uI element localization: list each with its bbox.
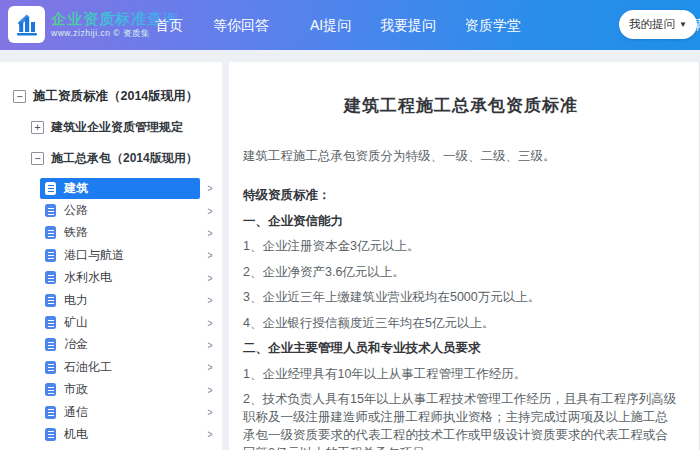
chevron-right-icon: > (201, 272, 212, 284)
sidebar-tree: − 施工资质标准（2014版现用） + 建筑业企业资质管理规定 − 施工总承包（… (0, 62, 222, 450)
document-icon (45, 204, 56, 217)
top-header: 企业资质标准查询 www.zizhiji.cn © 资质集 首页 等你回答 AI… (0, 0, 700, 50)
sidebar-item-label: 电力 (64, 292, 88, 309)
nav-partial-item[interactable]: 请 (692, 0, 700, 50)
chevron-right-icon: > (201, 406, 212, 418)
expand-icon[interactable]: + (31, 121, 44, 134)
document-icon (45, 361, 56, 374)
site-logo[interactable]: 企业资质标准查询 www.zizhiji.cn © 资质集 (8, 6, 179, 43)
my-questions-label: 我的提问 (629, 17, 675, 32)
tree-group-label: 施工总承包（2014版现用） (51, 150, 198, 167)
sidebar-item-label: 市政 (64, 381, 88, 398)
sidebar-item-label: 水利水电 (64, 269, 112, 286)
document-icon (45, 271, 56, 284)
sidebar-item-water-conservancy[interactable]: 水利水电 > (0, 267, 222, 289)
my-questions-button[interactable]: 我的提问 ▼ (619, 10, 697, 39)
sidebar-item-label: 铁路 (64, 224, 88, 241)
sidebar-item-municipal[interactable]: 市政 > (0, 379, 222, 401)
collapse-icon[interactable]: − (13, 90, 26, 103)
caret-down-icon: ▼ (679, 20, 687, 29)
sidebar-item-building[interactable]: 建筑 > (0, 177, 222, 199)
tree-group-management-rules[interactable]: + 建筑业企业资质管理规定 (31, 119, 222, 136)
article-paragraph: 2、企业净资产3.6亿元以上。 (243, 263, 679, 281)
chevron-right-icon: > (201, 227, 212, 239)
sidebar-item-label: 机电 (64, 426, 88, 443)
document-icon (45, 182, 56, 195)
tree-group-label: 建筑业企业资质管理规定 (51, 119, 183, 136)
document-icon (45, 383, 56, 396)
article-panel: 建筑工程施工总承包资质标准 建筑工程施工总承包资质分为特级、一级、二级、三级。 … (229, 62, 700, 450)
sidebar-item-electromechanical[interactable]: 机电 > (0, 423, 222, 445)
collapse-icon[interactable]: − (31, 152, 44, 165)
tree-root-label: 施工资质标准（2014版现用） (33, 88, 198, 105)
nav-home[interactable]: 首页 (155, 0, 183, 50)
nav-qualification-school[interactable]: 资质学堂 (465, 0, 521, 50)
sidebar-item-label: 建筑 (64, 180, 88, 197)
chevron-right-icon: > (201, 384, 212, 396)
site-logo-icon (8, 6, 45, 43)
nav-ask-question[interactable]: 我要提问 (380, 0, 436, 50)
sidebar-item-label: 港口与航道 (64, 247, 124, 264)
article-paragraph: 1、企业经理具有10年以上从事工程管理工作经历。 (243, 365, 679, 383)
page-title: 建筑工程施工总承包资质标准 (243, 94, 679, 117)
sidebar-item-telecom[interactable]: 通信 > (0, 401, 222, 423)
chevron-right-icon: > (201, 339, 212, 351)
section-heading: 二、企业主要管理人员和专业技术人员要求 (243, 339, 679, 357)
sidebar-item-label: 通信 (64, 404, 88, 421)
chevron-right-icon: > (201, 361, 212, 373)
sidebar-item-label: 矿山 (64, 314, 88, 331)
chevron-right-icon: > (201, 205, 212, 217)
nav-ai-ask[interactable]: AI提问 (310, 0, 351, 50)
article-paragraph: 4、企业银行授信额度近三年均在5亿元以上。 (243, 314, 679, 332)
sidebar-item-metallurgy[interactable]: 冶金 > (0, 334, 222, 356)
article-paragraph: 3、企业近三年上缴建筑业营业税均在5000万元以上。 (243, 288, 679, 306)
document-icon (45, 316, 56, 329)
chevron-right-icon: > (201, 294, 212, 306)
document-icon (45, 428, 56, 441)
document-icon (45, 338, 56, 351)
nav-waiting-answers[interactable]: 等你回答 (213, 0, 269, 50)
section-heading: 特级资质标准： (243, 186, 679, 204)
section-heading: 一、企业资信能力 (243, 212, 679, 230)
sidebar-item-label: 石油化工 (64, 359, 112, 376)
chevron-right-icon: > (201, 317, 212, 329)
building-icon (14, 12, 40, 38)
document-icon (45, 294, 56, 307)
sidebar-item-mining[interactable]: 矿山 > (0, 311, 222, 333)
sidebar-item-petrochemical[interactable]: 石油化工 > (0, 356, 222, 378)
tree-group-general-contracting[interactable]: − 施工总承包（2014版现用） (31, 150, 222, 167)
chevron-right-icon: > (201, 182, 212, 194)
article-paragraph: 2、技术负责人具有15年以上从事工程技术管理工作经历，且具有工程序列高级职称及一… (243, 390, 679, 450)
sidebar-item-highway[interactable]: 公路 > (0, 199, 222, 221)
sidebar-item-electric-power[interactable]: 电力 > (0, 289, 222, 311)
article-intro: 建筑工程施工总承包资质分为特级、一级、二级、三级。 (243, 147, 679, 165)
sidebar-item-label: 冶金 (64, 336, 88, 353)
document-icon (45, 249, 56, 262)
chevron-right-icon: > (201, 428, 212, 440)
sidebar-item-port-waterway[interactable]: 港口与航道 > (0, 244, 222, 266)
sidebar-item-list: 建筑 > 公路 > 铁路 > 港口与航道 > 水利水电 > 电力 > 矿山 > … (0, 177, 222, 446)
tree-root-construction-standards[interactable]: − 施工资质标准（2014版现用） (0, 62, 222, 105)
chevron-right-icon: > (201, 249, 212, 261)
sidebar-item-label: 公路 (64, 202, 88, 219)
article-paragraph: 1、企业注册资本金3亿元以上。 (243, 237, 679, 255)
document-icon (45, 406, 56, 419)
sidebar-item-railway[interactable]: 铁路 > (0, 222, 222, 244)
document-icon (45, 226, 56, 239)
